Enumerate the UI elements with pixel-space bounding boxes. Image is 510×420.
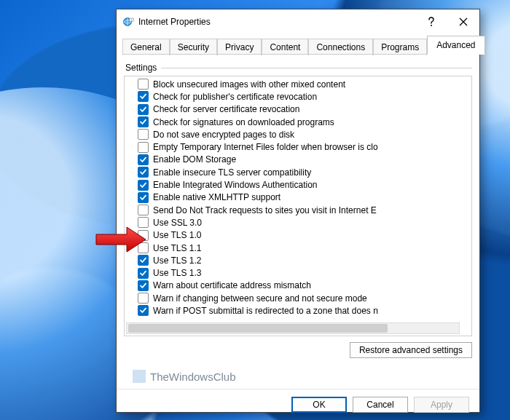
checkbox[interactable]	[138, 242, 149, 253]
setting-label: Enable DOM Storage	[153, 154, 236, 165]
checkbox[interactable]	[138, 154, 149, 165]
setting-label: Check for signatures on downloaded progr…	[153, 117, 334, 127]
dialog-button-row: OK Cancel Apply	[117, 389, 479, 420]
checkbox[interactable]	[138, 91, 149, 102]
setting-option[interactable]: Check for signatures on downloaded progr…	[125, 116, 471, 128]
checkbox[interactable]	[138, 305, 149, 316]
setting-label: Enable Integrated Windows Authentication	[153, 180, 317, 190]
scrollbar-thumb[interactable]	[128, 324, 388, 333]
setting-label: Enable insecure TLS server compatibility	[153, 167, 311, 178]
checkbox[interactable]	[138, 205, 149, 215]
checkbox[interactable]	[138, 293, 149, 304]
setting-option[interactable]: Send Do Not Track requests to sites you …	[125, 204, 471, 216]
setting-option[interactable]: Check for publisher's certificate revoca…	[125, 90, 471, 103]
apply-button[interactable]: Apply	[414, 397, 469, 413]
setting-option[interactable]: Warn if changing between secure and not …	[125, 292, 471, 304]
setting-option[interactable]: Check for server certificate revocation	[125, 103, 471, 116]
tab-label: Content	[270, 42, 300, 52]
help-button[interactable]	[415, 11, 447, 33]
setting-option[interactable]: Enable insecure TLS server compatibility	[125, 166, 471, 178]
close-button[interactable]	[447, 11, 479, 33]
internet-properties-dialog: Internet Properties GeneralSecurityPriva…	[116, 9, 480, 413]
desktop-wallpaper: Internet Properties GeneralSecurityPriva…	[0, 0, 510, 420]
setting-label: Use TLS 1.0	[153, 230, 201, 240]
checkbox[interactable]	[138, 142, 149, 153]
checkbox[interactable]	[138, 79, 149, 90]
checkbox[interactable]	[138, 104, 149, 115]
setting-option[interactable]: Use SSL 3.0	[125, 216, 471, 229]
setting-label: Use TLS 1.3	[153, 268, 201, 278]
tab-page-advanced: Settings Block unsecured images with oth…	[124, 60, 472, 383]
setting-label: Block unsecured images with other mixed …	[153, 79, 345, 90]
tab-label: Privacy	[225, 42, 254, 52]
tab-label: Security	[178, 42, 209, 52]
settings-group-label: Settings	[125, 63, 157, 73]
titlebar: Internet Properties	[117, 9, 479, 34]
window-title: Internet Properties	[138, 17, 211, 27]
tab-label: Connections	[316, 42, 365, 52]
setting-label: Use TLS 1.2	[153, 255, 201, 266]
checkbox[interactable]	[138, 217, 149, 228]
checkbox[interactable]	[138, 192, 149, 203]
settings-listbox[interactable]: Block unsecured images with other mixed …	[124, 76, 472, 336]
setting-option[interactable]: Block unsecured images with other mixed …	[125, 78, 471, 90]
tab-content[interactable]: Content	[262, 39, 308, 55]
settings-list: Block unsecured images with other mixed …	[125, 78, 471, 336]
svg-point-3	[431, 25, 432, 26]
watermark: TheWindowsClub	[133, 370, 472, 383]
tab-connections[interactable]: Connections	[308, 39, 373, 55]
checkbox[interactable]	[138, 116, 149, 127]
setting-option[interactable]: Use TLS 1.3	[125, 266, 471, 279]
checkbox[interactable]	[138, 280, 149, 291]
setting-option[interactable]: Enable Integrated Windows Authentication	[125, 178, 471, 191]
setting-option[interactable]: Use TLS 1.0	[125, 229, 471, 242]
setting-label: Use SSL 3.0	[153, 218, 202, 228]
cancel-button[interactable]: Cancel	[353, 397, 408, 413]
checkbox[interactable]	[138, 167, 149, 178]
checkbox[interactable]	[138, 180, 149, 191]
setting-label: Check for server certificate revocation	[153, 104, 299, 114]
tab-strip: GeneralSecurityPrivacyContentConnections…	[117, 36, 479, 55]
watermark-text: TheWindowsClub	[150, 371, 236, 383]
setting-label: Warn about certificate address mismatch	[153, 280, 311, 290]
setting-option[interactable]: Use TLS 1.2	[125, 254, 471, 266]
setting-label: Use TLS 1.1	[153, 243, 201, 253]
restore-advanced-button[interactable]: Restore advanced settings	[350, 342, 472, 358]
setting-option[interactable]: Do not save encrypted pages to disk	[125, 128, 471, 140]
setting-option[interactable]: Empty Temporary Internet Files folder wh…	[125, 140, 471, 153]
tab-security[interactable]: Security	[170, 39, 217, 55]
horizontal-scrollbar[interactable]	[126, 322, 460, 334]
checkbox[interactable]	[138, 230, 149, 241]
setting-option[interactable]: Enable DOM Storage	[125, 154, 471, 166]
tab-programs[interactable]: Programs	[373, 39, 427, 55]
watermark-icon	[133, 370, 146, 383]
setting-option[interactable]: Warn about certificate address mismatch	[125, 280, 471, 292]
tab-label: Programs	[381, 42, 419, 52]
checkbox[interactable]	[138, 268, 149, 279]
tab-label: Advanced	[436, 40, 475, 50]
tab-privacy[interactable]: Privacy	[217, 39, 262, 55]
setting-label: Check for publisher's certificate revoca…	[153, 92, 317, 102]
setting-label: Do not save encrypted pages to disk	[153, 130, 294, 140]
ok-button[interactable]: OK	[291, 397, 347, 413]
setting-option[interactable]: Use TLS 1.1	[125, 242, 471, 254]
group-rule	[161, 68, 472, 68]
setting-label: Warn if POST submittal is redirected to …	[153, 306, 378, 316]
tab-label: General	[130, 42, 162, 52]
internet-options-icon	[122, 16, 134, 28]
checkbox[interactable]	[138, 129, 149, 140]
svg-point-2	[131, 20, 132, 20]
setting-option[interactable]: Enable native XMLHTTP support	[125, 191, 471, 204]
checkbox[interactable]	[138, 255, 149, 266]
setting-label: Empty Temporary Internet Files folder wh…	[153, 142, 378, 152]
setting-label: Warn if changing between secure and not …	[153, 293, 367, 304]
setting-label: Enable native XMLHTTP support	[153, 192, 280, 202]
setting-label: Send Do Not Track requests to sites you …	[153, 205, 377, 215]
setting-option[interactable]: Warn if POST submittal is redirected to …	[125, 304, 471, 317]
tab-general[interactable]: General	[122, 39, 170, 55]
tab-advanced[interactable]: Advanced	[427, 36, 484, 55]
